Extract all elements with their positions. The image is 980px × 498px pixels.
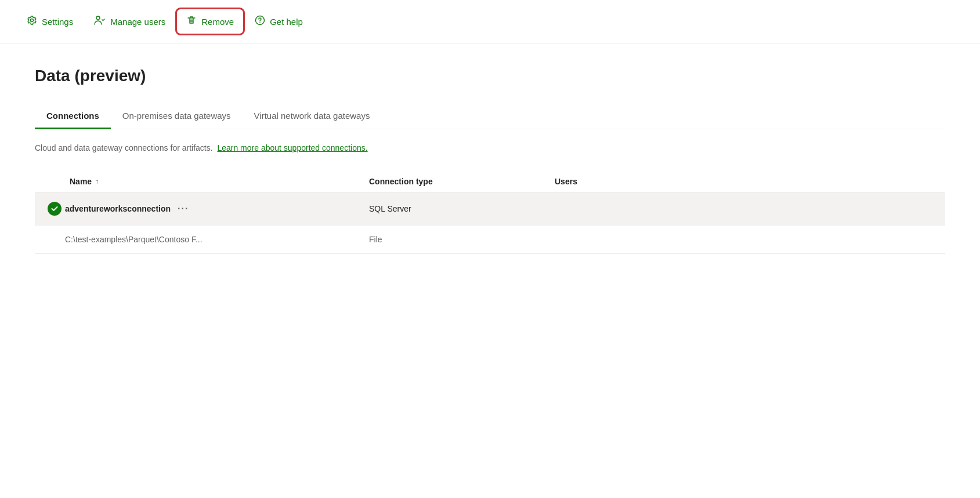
row-status-icon [44, 202, 65, 216]
manage-users-icon [94, 15, 106, 28]
settings-button[interactable]: Settings [19, 10, 81, 32]
main-content: Data (preview) Connections On-premises d… [0, 43, 980, 277]
tab-connections[interactable]: Connections [35, 104, 111, 129]
settings-label: Settings [42, 17, 73, 27]
svg-point-0 [96, 16, 100, 20]
gear-icon [27, 15, 37, 28]
row-name-cell: adventureworksconnection ··· [65, 202, 369, 215]
tabs-container: Connections On-premises data gateways Vi… [35, 104, 945, 129]
manage-users-label: Manage users [110, 17, 165, 27]
row-more-options-button[interactable]: ··· [175, 202, 191, 215]
learn-more-link[interactable]: Learn more about supported connections. [217, 143, 367, 152]
connected-icon [48, 202, 62, 216]
connections-table: Name ↑ Connection type Users adv [35, 171, 945, 254]
manage-users-button[interactable]: Manage users [86, 10, 173, 32]
svg-point-2 [259, 22, 261, 23]
col-header-connection-type[interactable]: Connection type [369, 177, 555, 186]
tab-virtual-network[interactable]: Virtual network data gateways [243, 104, 382, 129]
remove-button[interactable]: Remove [178, 10, 242, 32]
row-name-cell: C:\test-examples\Parquet\Contoso F... [65, 235, 369, 244]
table-header: Name ↑ Connection type Users [35, 171, 945, 192]
sort-icon: ↑ [95, 177, 99, 186]
get-help-label: Get help [270, 17, 303, 27]
row-connection-type-cell: SQL Server [369, 204, 555, 213]
trash-icon [186, 15, 197, 28]
col-header-name[interactable]: Name ↑ [44, 177, 369, 186]
row-connection-type-cell: File [369, 235, 555, 244]
remove-label: Remove [201, 17, 234, 27]
table-row[interactable]: C:\test-examples\Parquet\Contoso F... Fi… [35, 226, 945, 254]
help-icon [255, 15, 265, 28]
col-header-users[interactable]: Users [555, 177, 936, 186]
toolbar: Settings Manage users Remove [0, 0, 980, 43]
get-help-button[interactable]: Get help [247, 10, 311, 32]
table-row[interactable]: adventureworksconnection ··· SQL Server [35, 192, 945, 226]
page-title: Data (preview) [35, 67, 945, 85]
description-text: Cloud and data gateway connections for a… [35, 143, 945, 152]
tab-on-premises[interactable]: On-premises data gateways [111, 104, 243, 129]
